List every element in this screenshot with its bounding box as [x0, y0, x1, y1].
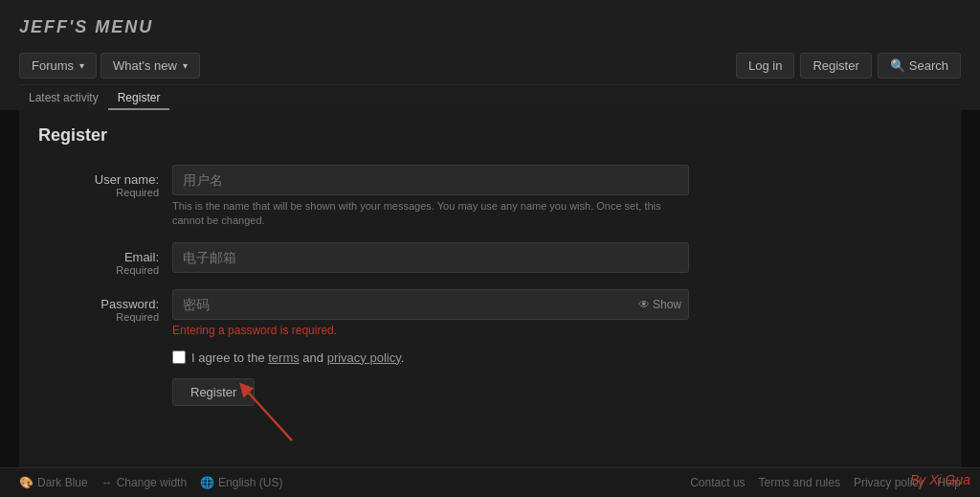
username-row: User name: Required This is the name tha… — [38, 165, 689, 229]
terms-row: I agree to the terms and privacy policy. — [172, 350, 689, 365]
show-password-button[interactable]: 👁 Show — [638, 298, 681, 311]
forums-button[interactable]: Forums ▾ — [19, 53, 97, 79]
password-input-col: 👁 Show Entering a password is required. — [172, 289, 689, 337]
login-button[interactable]: Log in — [736, 53, 794, 79]
register-form: User name: Required This is the name tha… — [38, 165, 689, 406]
terms-label: I agree to the terms and privacy policy. — [191, 350, 404, 365]
whats-new-label: What's new — [113, 58, 177, 73]
nav-bar: Forums ▾ What's new ▾ Log in Register 🔍 … — [19, 47, 961, 84]
forums-chevron-icon: ▾ — [79, 60, 84, 71]
username-input-col: This is the name that will be shown with… — [172, 165, 689, 229]
sub-nav: Latest activity Register — [19, 84, 961, 110]
search-label: Search — [909, 58, 948, 73]
email-label-col: Email: Required — [38, 242, 172, 276]
terms-pre: I agree to the — [191, 350, 268, 365]
main-content: Register User name: Required This is the… — [19, 110, 961, 467]
password-label-col: Password: Required — [38, 289, 172, 323]
subnav-latest-activity[interactable]: Latest activity — [19, 87, 108, 110]
terms-mid: and — [300, 350, 327, 365]
email-input-col — [172, 242, 689, 273]
email-input[interactable] — [172, 242, 689, 273]
globe-icon: 🌐 — [200, 476, 214, 489]
password-wrapper: 👁 Show — [172, 289, 689, 320]
username-label: User name: — [95, 172, 159, 187]
terms-link[interactable]: terms — [268, 350, 300, 365]
footer-width[interactable]: ↔ Change width — [101, 476, 187, 489]
width-icon: ↔ — [101, 476, 113, 489]
footer-width-label: Change width — [117, 476, 187, 489]
site-footer: 🎨 Dark Blue ↔ Change width 🌐 English (US… — [0, 467, 980, 497]
page-title: Register — [38, 125, 942, 146]
username-input[interactable] — [172, 165, 689, 195]
subnav-register[interactable]: Register — [108, 87, 170, 110]
watermark: By Xi Gua — [910, 472, 970, 487]
privacy-link[interactable]: privacy policy — [327, 350, 401, 365]
email-label: Email: — [124, 250, 159, 264]
password-input[interactable] — [172, 289, 689, 320]
show-label: Show — [653, 298, 681, 311]
footer-left: 🎨 Dark Blue ↔ Change width 🌐 English (US… — [19, 476, 282, 489]
register-btn-row: Register — [172, 378, 689, 406]
site-title: JEFF'S MENU — [19, 10, 961, 47]
username-label-col: User name: Required — [38, 165, 172, 198]
terms-post: . — [401, 350, 405, 365]
password-row: Password: Required 👁 Show Entering a pas… — [38, 289, 689, 337]
svg-line-1 — [244, 388, 292, 441]
arrow-svg — [225, 373, 301, 450]
password-required: Required — [38, 311, 159, 323]
password-error: Entering a password is required. — [172, 324, 689, 337]
footer-terms[interactable]: Terms and rules — [759, 476, 840, 489]
email-required: Required — [38, 264, 159, 276]
nav-left: Forums ▾ What's new ▾ — [19, 53, 200, 79]
footer-theme-label: Dark Blue — [37, 476, 88, 489]
email-row: Email: Required — [38, 242, 689, 276]
forums-label: Forums — [32, 58, 74, 73]
whats-new-chevron-icon: ▾ — [183, 60, 188, 71]
site-header: JEFF'S MENU Forums ▾ What's new ▾ Log in… — [0, 0, 980, 110]
search-icon: 🔍 — [890, 58, 905, 73]
footer-language[interactable]: 🌐 English (US) — [200, 476, 282, 489]
register-nav-button[interactable]: Register — [800, 53, 871, 79]
nav-right: Log in Register 🔍 Search — [736, 53, 961, 79]
search-button[interactable]: 🔍 Search — [878, 53, 961, 79]
password-label: Password: — [100, 297, 159, 311]
whats-new-button[interactable]: What's new ▾ — [100, 53, 200, 79]
username-hint: This is the name that will be shown with… — [172, 199, 689, 229]
terms-checkbox[interactable] — [172, 350, 186, 364]
footer-theme[interactable]: 🎨 Dark Blue — [19, 476, 88, 489]
footer-contact[interactable]: Contact us — [690, 476, 745, 489]
palette-icon: 🎨 — [19, 476, 33, 489]
footer-language-label: English (US) — [218, 476, 282, 489]
arrow-annotation — [225, 373, 301, 453]
username-required: Required — [38, 187, 159, 198]
eye-icon: 👁 — [638, 298, 650, 311]
